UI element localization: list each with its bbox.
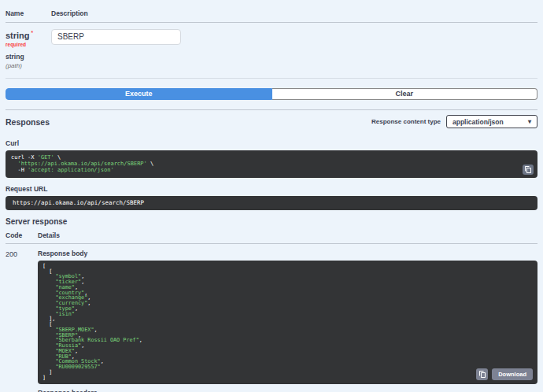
server-response-details: Response body [ [ "symbol", "ticker", "n… xyxy=(38,250,537,392)
execute-button-group: Execute Clear xyxy=(6,79,537,109)
parameter-row: string* required string (path) xyxy=(6,23,537,79)
clear-button[interactable]: Clear xyxy=(272,88,538,100)
response-body-actions: Download xyxy=(476,368,533,380)
code-column-header: Code xyxy=(6,231,38,239)
request-url-label: Request URL xyxy=(6,185,537,193)
name-column-header: Name xyxy=(6,9,51,17)
selected-content-type: application/json xyxy=(452,118,504,126)
server-response-section: Server response Code Details 200 Respons… xyxy=(6,217,537,392)
request-url-block: https://api.okama.io/api/search/SBERP xyxy=(6,196,537,210)
response-content-type-group: Response content type application/json ▾ xyxy=(371,115,537,128)
curl-section: Curl curl -X 'GET' \ 'https://api.okama.… xyxy=(6,139,537,178)
response-body-code: [ [ "symbol", "ticker", "name", "country… xyxy=(42,264,533,381)
response-headers-label: Response headers xyxy=(38,389,537,392)
server-response-title: Server response xyxy=(6,217,537,226)
parameter-value-input[interactable] xyxy=(51,29,181,45)
parameter-value-cell xyxy=(51,28,181,69)
response-status-code: 200 xyxy=(6,250,38,392)
responses-title: Responses xyxy=(6,117,50,127)
curl-command-block: curl -X 'GET' \ 'https://api.okama.io/ap… xyxy=(6,150,537,178)
responses-header: Responses Response content type applicat… xyxy=(6,110,537,133)
parameters-table-header: Name Description xyxy=(6,0,537,23)
parameter-name-label: string* required xyxy=(6,28,51,51)
server-response-row: 200 Response body [ [ "symbol", "ticker"… xyxy=(6,244,537,392)
download-button[interactable]: Download xyxy=(492,368,533,380)
parameter-name-text: string xyxy=(6,31,30,40)
parameter-location-label: (path) xyxy=(6,62,51,69)
copy-icon xyxy=(525,166,531,173)
copy-icon xyxy=(479,371,486,378)
parameter-meta: string* required string (path) xyxy=(6,28,51,69)
swagger-operation-panel: Name Description string* required string… xyxy=(0,0,543,392)
execute-button[interactable]: Execute xyxy=(6,88,272,100)
copy-curl-button[interactable] xyxy=(523,165,534,175)
description-column-header: Description xyxy=(51,9,537,17)
response-body-block: [ [ "symbol", "ticker", "name", "country… xyxy=(38,261,537,385)
response-body-label: Response body xyxy=(38,250,537,257)
details-column-header: Details xyxy=(38,231,537,239)
response-content-type-label: Response content type xyxy=(371,118,441,125)
response-content-type-select[interactable]: application/json ▾ xyxy=(446,115,537,128)
parameter-type-label: string xyxy=(6,53,51,61)
request-url-section: Request URL https://api.okama.io/api/sea… xyxy=(6,185,537,210)
copy-response-button[interactable] xyxy=(476,368,488,380)
server-response-table-header: Code Details xyxy=(6,228,537,244)
chevron-down-icon: ▾ xyxy=(528,119,531,125)
curl-label: Curl xyxy=(6,139,537,147)
responses-section: Responses Response content type applicat… xyxy=(6,109,537,392)
